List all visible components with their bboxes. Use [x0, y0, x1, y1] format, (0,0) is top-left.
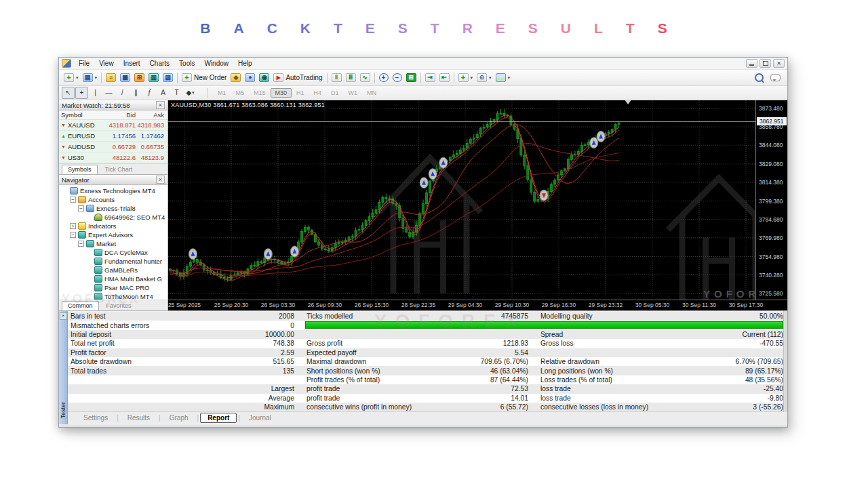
trendline-tool[interactable]: /: [116, 87, 129, 99]
news-button[interactable]: ◉: [257, 72, 271, 84]
navigator-close-icon[interactable]: ×: [156, 176, 165, 184]
timeframe-d1[interactable]: D1: [326, 88, 344, 98]
nav-tab-favorites[interactable]: Favorites: [100, 301, 138, 310]
minimize-button[interactable]: [746, 59, 757, 68]
periods-button[interactable]: ⊙▾: [475, 72, 494, 84]
indicator-icon: [78, 222, 86, 230]
search-icon[interactable]: [755, 73, 764, 82]
vertical-line-tool[interactable]: |: [89, 87, 102, 99]
tab-journal[interactable]: Journal: [241, 413, 279, 423]
menu-window[interactable]: Window: [199, 60, 233, 67]
market-watch-row-eurusd[interactable]: ▲EURUSD1.174561.17462: [59, 131, 167, 142]
crosshair-tool[interactable]: +: [75, 87, 88, 99]
menu-charts[interactable]: Charts: [145, 60, 174, 67]
tree-item-market[interactable]: −Market: [59, 239, 167, 248]
expander-minus-icon[interactable]: −: [70, 197, 76, 203]
tree-item-indicators[interactable]: +Indicators: [59, 222, 167, 230]
autotrading-button[interactable]: ▶AutoTrading: [271, 72, 324, 84]
tab-results[interactable]: Results: [120, 413, 157, 423]
timeframe-m5[interactable]: M5: [231, 88, 250, 98]
shapes-tool[interactable]: ◆▾: [184, 87, 197, 99]
cursor-tool[interactable]: ↖: [62, 87, 75, 99]
zoom-out-button[interactable]: −: [391, 72, 404, 84]
tile-windows-button[interactable]: ⊞: [404, 72, 418, 84]
profiles-button[interactable]: ▤▾: [81, 72, 100, 84]
timeframe-m1[interactable]: M1: [213, 88, 231, 98]
tester-scrollbar[interactable]: [783, 311, 787, 412]
timeframe-h1[interactable]: H1: [292, 88, 309, 98]
terminal-button[interactable]: ▥: [146, 72, 161, 84]
tree-item-psar-mac-pro[interactable]: Psar MAC PRO: [59, 283, 167, 292]
data-window-button[interactable]: ▦: [118, 72, 132, 84]
mw-tab-symbols[interactable]: Symbols: [62, 165, 98, 174]
timeframe-w1[interactable]: W1: [344, 88, 363, 98]
mw-tab-tick-chart[interactable]: Tick Chart: [99, 165, 139, 174]
tree-item-gamblers[interactable]: GaMBLeRs: [59, 266, 167, 274]
tester-close-icon[interactable]: ×: [60, 312, 67, 320]
tree-item-exness-trial8[interactable]: −Exness-Trial8: [59, 204, 167, 213]
chart-area[interactable]: YOFOREX XAUUSD,M30 3861.671 3863.086 386…: [168, 100, 787, 310]
close-button[interactable]: ✕: [773, 59, 785, 68]
line-chart-button[interactable]: ∿: [358, 72, 372, 84]
equidistant-channel-icon: ∥: [134, 89, 138, 96]
menu-insert[interactable]: Insert: [119, 60, 145, 67]
expander-minus-icon[interactable]: −: [78, 241, 84, 247]
zoom-in-button[interactable]: +: [377, 72, 391, 84]
timeframe-h4[interactable]: H4: [309, 88, 327, 98]
timeframe-m15[interactable]: M15: [249, 88, 271, 98]
chat-icon[interactable]: [770, 74, 781, 81]
market-watch-close-icon[interactable]: ×: [156, 101, 165, 109]
new-chart-button[interactable]: +▾: [62, 72, 81, 84]
timeframe-m30[interactable]: M30: [271, 88, 292, 98]
menu-view[interactable]: View: [94, 60, 119, 67]
menu-tools[interactable]: Tools: [174, 60, 199, 67]
new-order-button[interactable]: +New Order: [180, 72, 229, 84]
tree-item-expert-advisors[interactable]: −Expert Advisors: [59, 230, 167, 239]
market-watch-button[interactable]: ≡: [104, 72, 118, 84]
menu-file[interactable]: File: [74, 60, 94, 67]
price-tick-label: 3814.380: [759, 179, 783, 186]
expert-properties-button[interactable]: ●: [243, 72, 257, 84]
candle-chart-button[interactable]: Ⅲ: [344, 72, 358, 84]
tab-report[interactable]: Report: [200, 413, 237, 423]
metaeditor-button[interactable]: ◆: [229, 72, 243, 84]
expander-minus-icon[interactable]: −: [70, 232, 76, 238]
tree-item-exness-technologies-mt4[interactable]: Exness Technologies MT4: [59, 186, 167, 195]
restore-button[interactable]: [760, 59, 771, 68]
text-tool[interactable]: A: [157, 87, 170, 99]
expander-plus-icon[interactable]: +: [70, 223, 76, 229]
horizontal-line-tool[interactable]: —: [102, 87, 115, 99]
auto-scroll-button[interactable]: ⇥: [423, 72, 437, 84]
market-watch-row-xauusd[interactable]: ▼XAUUSD4318.8714318.983: [59, 120, 167, 131]
arrow-tool-tool[interactable]: T: [170, 87, 183, 99]
strategy-tester-button[interactable]: ▧: [161, 72, 175, 84]
nav-tab-common[interactable]: Common: [62, 301, 99, 310]
time-tick-label: 29 Sep 04:30: [441, 302, 489, 308]
market-watch-row-us30[interactable]: ▼US3048122.648123.9: [59, 152, 167, 163]
chart-shift-button[interactable]: ⇤: [437, 72, 452, 84]
bid-value: 0.66729: [103, 143, 136, 150]
bar-chart-button[interactable]: ‖: [330, 72, 344, 84]
tree-item-accounts[interactable]: −Accounts: [59, 195, 167, 204]
expander-minus-icon[interactable]: −: [78, 205, 84, 211]
equidistant-channel-tool[interactable]: ∥: [130, 87, 142, 99]
tab-settings[interactable]: Settings: [76, 413, 115, 423]
menu-help[interactable]: Help: [233, 60, 257, 67]
ea-icon: [86, 240, 94, 247]
candlestick-chart[interactable]: YOFOREX: [168, 100, 756, 300]
tree-item-69649962-seo-mt4[interactable]: 69649962: SEO MT4: [59, 213, 167, 222]
time-tick-label: 29 Sep 23:32: [582, 302, 629, 308]
market-watch-row-audusd[interactable]: ▼AUDUSD0.667290.66735: [59, 142, 167, 152]
tree-item-dca-cyclemax[interactable]: DCA CycleMax: [59, 248, 167, 257]
timeframe-mn[interactable]: MN: [362, 88, 381, 98]
templates-button[interactable]: ▾: [494, 72, 513, 84]
tree-item-tothemoon-mt4[interactable]: ToTheMoon MT4: [59, 292, 167, 300]
tab-graph[interactable]: Graph: [162, 413, 196, 423]
report-row: Largestprofit trade72.53loss trade-25.40: [68, 384, 787, 393]
fibonacci-tool[interactable]: ƒ: [143, 87, 156, 99]
tree-item-hma-multi-basket-g[interactable]: HMA Multi Basket G: [59, 274, 167, 283]
tree-item-fundamental-hunter[interactable]: Fundamental hunter: [59, 257, 167, 266]
market-watch-tabs: SymbolsTick Chart: [59, 163, 167, 174]
indicators-button[interactable]: +▾: [456, 72, 475, 84]
navigator-button[interactable]: ⊞: [132, 72, 146, 84]
